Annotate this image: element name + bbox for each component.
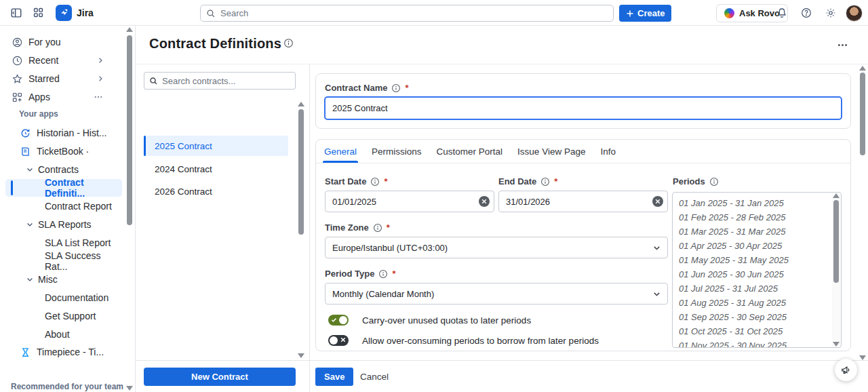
sidebar-item-for-you[interactable]: For you — [5, 33, 122, 51]
contract-name: 2024 Contract — [155, 164, 212, 174]
sidebar-item-apps[interactable]: Apps — [5, 88, 122, 106]
sidebar-collapse-button[interactable] — [7, 3, 26, 22]
contract-list-item[interactable]: 2024 Contract — [144, 159, 288, 179]
selected-indicator-bar — [144, 136, 146, 156]
tab-customer-portal[interactable]: Customer Portal — [437, 146, 503, 163]
label-text: Start Date — [325, 176, 366, 187]
label-text: Time Zone — [325, 222, 369, 233]
form-scrollbar[interactable] — [859, 66, 867, 360]
sidebar-group-contracts[interactable]: Contracts — [5, 161, 122, 178]
contract-name-input[interactable] — [324, 96, 842, 120]
sidebar-collapse-icon — [10, 7, 22, 19]
tab-permissions[interactable]: Permissions — [372, 146, 422, 163]
jira-app-window: Jira Create Ask Rovo — [0, 0, 868, 392]
sidebar-label: About — [45, 329, 70, 340]
time-zone-select[interactable]: Europe/Istanbul (UTC+03:00) — [325, 237, 668, 258]
scrollbar-thumb[interactable] — [127, 35, 132, 225]
scroll-up-arrow[interactable] — [126, 27, 133, 32]
scrollbar-thumb[interactable] — [298, 109, 304, 235]
sidebar-group-sla-reports[interactable]: SLA Reports — [5, 216, 122, 233]
new-contract-button[interactable]: New Contract — [144, 368, 296, 386]
feedback-floating-button[interactable] — [835, 359, 857, 381]
contract-list-item[interactable]: 2026 Contract — [144, 181, 288, 201]
sidebar-item-about[interactable]: About — [5, 326, 122, 343]
form-footer: Save Cancel — [310, 360, 868, 392]
sidebar-item-ticketbook[interactable]: TicketBook · — [5, 142, 122, 160]
sidebar-label: Documentation — [45, 292, 108, 303]
scroll-down-arrow[interactable] — [859, 355, 866, 360]
sidebar-label: SLA Reports — [38, 219, 92, 230]
scrollbar-thumb[interactable] — [833, 200, 839, 283]
clear-start-date-button[interactable] — [479, 196, 490, 207]
scrollbar-thumb[interactable] — [860, 73, 865, 155]
carry-over-toggle[interactable] — [328, 315, 349, 326]
page-title-info-icon[interactable] — [283, 38, 294, 51]
contract-list-scrollbar[interactable] — [298, 102, 304, 358]
more-options-icon[interactable] — [94, 92, 103, 102]
jira-brand[interactable]: Jira — [56, 5, 94, 21]
page-header: Contract Definitions — [136, 26, 868, 64]
tab-general[interactable]: General — [324, 146, 357, 163]
sidebar-item-sla-list-report[interactable]: SLA List Report — [5, 234, 122, 252]
end-date-input[interactable] — [498, 191, 668, 212]
contract-search[interactable] — [144, 72, 296, 90]
app-switcher-button[interactable] — [28, 3, 47, 22]
save-button[interactable]: Save — [315, 368, 353, 386]
tab-issue-view-page[interactable]: Issue View Page — [517, 146, 585, 163]
clock-icon — [11, 54, 23, 66]
sidebar-item-historian[interactable]: Historian - Hist... — [5, 124, 122, 142]
create-button[interactable]: Create — [619, 5, 671, 22]
sidebar-item-contract-definitions[interactable]: Contract Definiti... — [5, 179, 122, 197]
label-text: Periods — [673, 176, 705, 187]
periods-scrollbar[interactable] — [832, 193, 840, 347]
info-icon[interactable] — [370, 177, 380, 187]
sidebar-item-documentation[interactable]: Documentation — [5, 289, 122, 307]
cancel-button[interactable]: Cancel — [355, 368, 394, 386]
scroll-up-arrow[interactable] — [859, 66, 866, 71]
global-search-input[interactable] — [220, 8, 608, 18]
sidebar-group-misc[interactable]: Misc — [5, 271, 122, 288]
period-type-select[interactable]: Monthly (Calendar Month) — [325, 283, 668, 305]
sidebar-label: SLA Success Rat... — [45, 250, 122, 272]
periods-listbox[interactable]: 01 Jan 2025 - 31 Jan 2025 01 Feb 2025 - … — [672, 192, 842, 348]
tab-info[interactable]: Info — [600, 146, 616, 163]
info-icon[interactable] — [540, 177, 550, 187]
info-icon[interactable] — [709, 177, 719, 187]
settings-button[interactable] — [821, 3, 840, 22]
info-icon[interactable] — [391, 83, 401, 93]
period-row: 01 Nov 2025 - 30 Nov 2025 — [673, 338, 831, 348]
sidebar-item-starred[interactable]: Starred — [5, 70, 122, 87]
notifications-button[interactable] — [772, 3, 791, 22]
help-button[interactable] — [797, 3, 816, 22]
info-icon[interactable] — [378, 269, 388, 279]
scroll-down-arrow[interactable] — [833, 342, 840, 347]
jira-logo-icon — [56, 5, 72, 21]
sidebar-item-timepiece[interactable]: Timepiece - Ti... — [5, 343, 122, 361]
global-search[interactable] — [200, 5, 614, 22]
borrow-toggle[interactable] — [328, 335, 349, 346]
sidebar-scrollbar[interactable] — [126, 27, 133, 391]
page-more-options-button[interactable] — [833, 37, 852, 53]
scroll-up-arrow[interactable] — [833, 193, 840, 198]
sidebar-item-contract-report[interactable]: Contract Report — [5, 197, 122, 215]
start-date-input[interactable] — [325, 191, 494, 212]
contract-list-item-selected[interactable]: 2025 Contract — [144, 136, 288, 156]
end-date-label: End Date * — [498, 176, 557, 187]
scroll-down-arrow[interactable] — [298, 353, 304, 358]
period-type-value: Monthly (Calendar Month) — [332, 289, 434, 299]
sidebar-item-get-support[interactable]: Get Support — [5, 307, 122, 325]
contract-form-panel: Contract Name * General Permissions Cust… — [310, 64, 868, 392]
sidebar-label: Apps — [28, 92, 50, 102]
scroll-down-arrow[interactable] — [126, 386, 133, 391]
timepiece-app-icon — [19, 346, 31, 358]
clear-end-date-button[interactable] — [652, 196, 663, 207]
scroll-up-arrow[interactable] — [298, 102, 304, 106]
sidebar-item-sla-success-rate[interactable]: SLA Success Rat... — [5, 252, 122, 270]
time-zone-label: Time Zone * — [325, 222, 390, 233]
contract-search-input[interactable] — [162, 76, 290, 86]
chevron-right-icon — [96, 75, 104, 83]
sidebar-item-recent[interactable]: Recent — [5, 52, 122, 69]
user-avatar[interactable] — [846, 5, 863, 22]
info-icon[interactable] — [373, 223, 382, 233]
top-navigation-bar: Jira Create Ask Rovo — [0, 0, 868, 26]
